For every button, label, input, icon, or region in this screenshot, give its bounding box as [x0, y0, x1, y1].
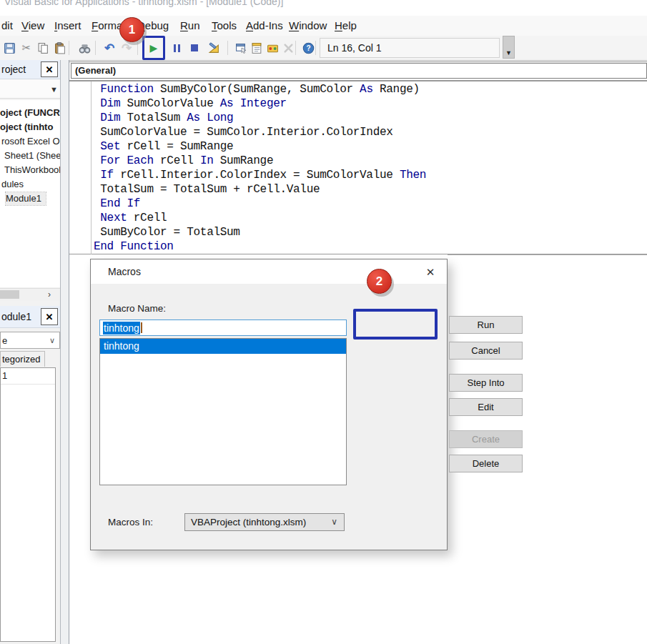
project-explorer-title: roject	[1, 64, 26, 75]
macros-in-value: VBAProject (tinhtong.xlsm)	[191, 517, 306, 527]
annotation-step-2: 2	[367, 269, 392, 294]
panel-splitter[interactable]	[60, 60, 69, 644]
paste-icon[interactable]	[52, 41, 66, 55]
menu-item-tools[interactable]: Tools	[212, 19, 237, 31]
cancel-button[interactable]: Cancel	[449, 342, 523, 360]
project-tree-hscrollbar[interactable]: ›	[0, 288, 60, 301]
code-line: TotalSum = TotalSum + rCell.Value	[94, 182, 426, 197]
tab-categorized[interactable]: tegorized	[0, 351, 45, 367]
tree-item-sheet1-shee[interactable]: Sheet1 (Shee	[4, 149, 61, 162]
toolbar-separator	[69, 41, 69, 55]
properties-panel-close-icon[interactable]: ✕	[41, 308, 58, 325]
macro-list-item-tinhtong[interactable]: tinhtong	[100, 339, 346, 354]
chevron-down-icon[interactable]: ▼	[50, 85, 58, 94]
code-line: End Function	[94, 239, 426, 254]
project-explorer-close-icon[interactable]: ✕	[41, 61, 58, 77]
code-line: End If	[94, 197, 426, 211]
code-line: If rCell.Interior.ColorIndex = SumColorV…	[94, 168, 426, 182]
code-window-divider	[69, 80, 647, 81]
tree-item-oject-tinhto[interactable]: oject (tinhto	[0, 121, 53, 134]
menu-item-help[interactable]: Help	[335, 19, 357, 31]
tree-item-module1[interactable]: Module1	[6, 192, 46, 205]
code-line: Dim TotalSum As Long	[94, 111, 426, 125]
cursor-position-text: Ln 16, Col 1	[327, 42, 382, 54]
properties-object-dropdown[interactable]: e ∨	[0, 332, 60, 349]
delete-button[interactable]: Delete	[449, 455, 523, 472]
macro-list[interactable]: tinhtong	[99, 338, 347, 485]
macros-in-label: Macros In:	[108, 517, 153, 527]
help-icon[interactable]: ?	[301, 41, 315, 55]
menu-item-dit[interactable]: dit	[1, 19, 13, 31]
scrollbar-thumb[interactable]	[0, 290, 19, 299]
code-window-bottom-edge	[448, 254, 647, 255]
stop-icon[interactable]	[187, 41, 202, 55]
code-editor[interactable]: Function SumByColor(SumRange, SumColor A…	[94, 82, 426, 254]
annotation-step-1: 1	[119, 17, 144, 42]
properties-window-icon[interactable]	[250, 41, 264, 55]
toolbar-separator	[227, 41, 228, 55]
close-icon[interactable]: ✕	[423, 264, 438, 280]
project-explorer-icon[interactable]	[234, 41, 248, 55]
menu-item-forma[interactable]: Forma	[92, 19, 122, 31]
annotation-box-run-button	[353, 309, 438, 340]
toolbar-separator	[137, 41, 138, 55]
code-line: Function SumByColor(SumRange, SumColor A…	[94, 82, 426, 96]
code-line: Dim SumColorValue As Integer	[94, 96, 426, 111]
annotation-box-run-icon	[142, 36, 165, 60]
text-caret	[141, 322, 142, 333]
menu-item-run[interactable]: Run	[180, 19, 200, 31]
find-icon[interactable]	[77, 41, 92, 55]
window-title: Visual Basic for Applications - tinhtong…	[4, 0, 283, 7]
margin-indicator-bar	[91, 81, 92, 254]
undo-icon[interactable]: ↶	[102, 41, 117, 55]
edit-button[interactable]: Edit	[449, 398, 523, 416]
toolbox-icon	[281, 41, 295, 55]
code-line: Next rCell	[94, 211, 426, 225]
menu-bar: ditViewInsertFormaDebugRunToolsAdd-InsWi…	[0, 16, 647, 36]
chevron-down-icon: ∨	[331, 514, 337, 530]
cut-icon[interactable]: ✂	[19, 41, 34, 55]
dialog-titlebar[interactable]	[91, 259, 447, 284]
macros-in-dropdown[interactable]: VBAProject (tinhtong.xlsm) ∨	[184, 513, 345, 531]
project-explorer-toolbar: ▼	[0, 79, 60, 99]
tree-item-rosoft-excel-ob[interactable]: rosoft Excel Ob	[1, 135, 65, 148]
redo-icon: ↷	[119, 41, 134, 55]
properties-grid: 1	[0, 367, 56, 642]
svg-text:?: ?	[306, 44, 310, 52]
macro-name-input[interactable]: tinhtong	[99, 319, 347, 336]
chevron-down-icon: ∨	[49, 336, 55, 345]
object-browser-icon[interactable]	[265, 41, 280, 55]
code-line: SumColorValue = SumColor.Interior.ColorI…	[94, 125, 426, 139]
toolbar-separator	[95, 41, 96, 55]
property-value[interactable]: 1	[1, 368, 55, 385]
menu-item-window[interactable]: Window	[289, 19, 327, 31]
step-into-button[interactable]: Step Into	[449, 374, 523, 392]
dialog-title: Macros	[108, 266, 141, 277]
scroll-right-icon[interactable]: ›	[40, 289, 59, 300]
toolbar-separator	[315, 41, 316, 55]
menu-item-add-ins[interactable]: Add-Ins	[246, 19, 283, 31]
run-button[interactable]: Run	[449, 316, 523, 334]
toolbar-separator	[295, 41, 296, 55]
tree-item-thisworkbook[interactable]: ThisWorkbook	[4, 164, 64, 177]
menu-item-view[interactable]: View	[21, 19, 44, 31]
tree-item-oject-funcri[interactable]: oject (FUNCRI	[0, 106, 62, 119]
copy-icon[interactable]	[36, 41, 50, 55]
macro-name-value: tinhtong	[103, 322, 140, 335]
vba-editor-window: Visual Basic for Applications - tinhtong…	[0, 0, 647, 644]
procedure-dropdown[interactable]: (General)	[71, 63, 647, 79]
toolbar-options-dropdown[interactable]: ▼	[503, 36, 515, 59]
properties-object-value: e	[2, 335, 7, 346]
pause-icon[interactable]	[169, 41, 184, 55]
cursor-position-panel: Ln 16, Col 1	[320, 38, 500, 58]
create-button: Create	[449, 430, 523, 448]
properties-panel-title: odule1	[1, 311, 31, 322]
code-line: Set rCell = SumRange	[94, 139, 426, 154]
project-tree: oject (FUNCRIoject (tinhtorosoft Excel O…	[0, 100, 60, 287]
tree-item-dules[interactable]: dules	[1, 178, 24, 191]
save-icon[interactable]	[2, 41, 16, 55]
menu-item-insert[interactable]: Insert	[54, 19, 82, 31]
code-line: SumByColor = TotalSum	[94, 225, 426, 239]
design-mode-icon[interactable]	[207, 41, 221, 55]
macro-name-label: Macro Name:	[108, 303, 166, 314]
